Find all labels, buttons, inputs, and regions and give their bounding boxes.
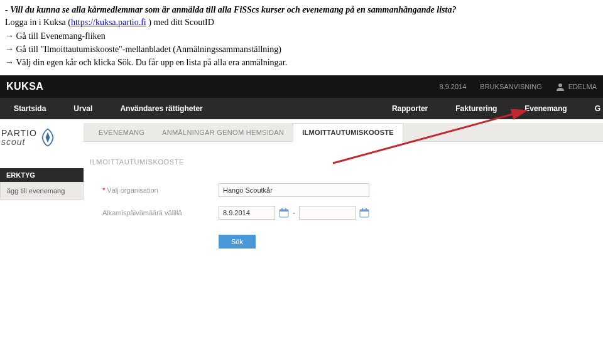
- nav-rights[interactable]: Användares rättigheter: [106, 98, 216, 119]
- svg-rect-4: [285, 208, 286, 210]
- date-range-dash: -: [293, 209, 295, 217]
- nav-rapporter[interactable]: Rapporter: [378, 98, 442, 119]
- subnav-evenemang[interactable]: EVENEMANG: [90, 123, 153, 142]
- sidebar-heading: ERKTYG: [0, 168, 84, 182]
- date-from-input[interactable]: [219, 206, 275, 220]
- main-nav: Startsida Urval Användares rättigheter R…: [0, 98, 603, 119]
- brand-logo: PARTIO scout: [0, 119, 84, 156]
- breadcrumb: ILMOITTAUTUMISKOOSTE: [0, 156, 603, 168]
- topbar-user[interactable]: EDELMA: [556, 82, 597, 91]
- sub-nav: EVENEMANG ANMÄLNINGAR GENOM HEMSIDAN ILM…: [84, 123, 603, 142]
- topbar-manual-link[interactable]: BRUKSANVISNING: [480, 83, 541, 90]
- svg-rect-7: [362, 208, 363, 210]
- org-label: * Välj organisation: [102, 186, 219, 194]
- svg-rect-8: [366, 208, 367, 210]
- arrow-icon: →: [5, 57, 14, 67]
- nav-fakturering[interactable]: Fakturering: [442, 98, 511, 119]
- date-to-input[interactable]: [299, 206, 356, 220]
- nav-evenemang[interactable]: Evenemang: [511, 98, 580, 119]
- brand-line1: PARTIO: [1, 129, 37, 137]
- login-link[interactable]: https://kuksa.partio.fi: [71, 18, 146, 27]
- scout-logo-icon: [37, 127, 58, 148]
- org-input[interactable]: [219, 183, 369, 197]
- svg-point-0: [558, 83, 562, 87]
- nav-overflow[interactable]: G: [581, 98, 603, 119]
- subnav-anmalningar[interactable]: ANMÄLNINGAR GENOM HEMSIDAN: [153, 123, 293, 142]
- instruction-step2: Gå till "Ilmoittautumiskooste"-mellanbla…: [16, 45, 281, 54]
- app-logo: KUKSA: [6, 81, 43, 92]
- svg-rect-2: [280, 210, 288, 211]
- subnav-ilmoittautumiskooste[interactable]: ILMOITTAUTUMISKOOSTE: [293, 123, 403, 142]
- search-button[interactable]: Sök: [219, 235, 256, 249]
- topbar-date: 8.9.2014: [440, 83, 467, 90]
- svg-rect-6: [360, 210, 369, 211]
- instruction-step1: Gå till Evenemang-fliken: [16, 31, 106, 41]
- nav-urval[interactable]: Urval: [60, 98, 106, 119]
- login-text-prefix: Logga in i Kuksa (: [5, 18, 71, 27]
- topbar-username: EDELMA: [568, 83, 597, 90]
- calendar-icon[interactable]: [359, 208, 369, 218]
- date-label: Alkamispäivämäärä välillä: [102, 209, 219, 217]
- brand-line2: scout: [1, 137, 37, 146]
- sidebar-add-event[interactable]: ägg till evenemang: [0, 182, 84, 200]
- svg-rect-3: [281, 208, 283, 210]
- nav-startsida[interactable]: Startsida: [0, 98, 60, 119]
- calendar-icon[interactable]: [279, 208, 289, 218]
- topbar: KUKSA 8.9.2014 BRUKSANVISNING EDELMA: [0, 75, 603, 98]
- arrow-icon: →: [5, 31, 14, 41]
- user-icon: [556, 82, 565, 91]
- instruction-step3: Välj din egen kår och klicka Sök. Du får…: [16, 58, 287, 67]
- instruction-question: - Vill du kunna se alla kårmedlemmar som…: [5, 5, 456, 14]
- arrow-icon: →: [5, 44, 14, 54]
- login-text-suffix: ) med ditt ScoutID: [146, 18, 214, 27]
